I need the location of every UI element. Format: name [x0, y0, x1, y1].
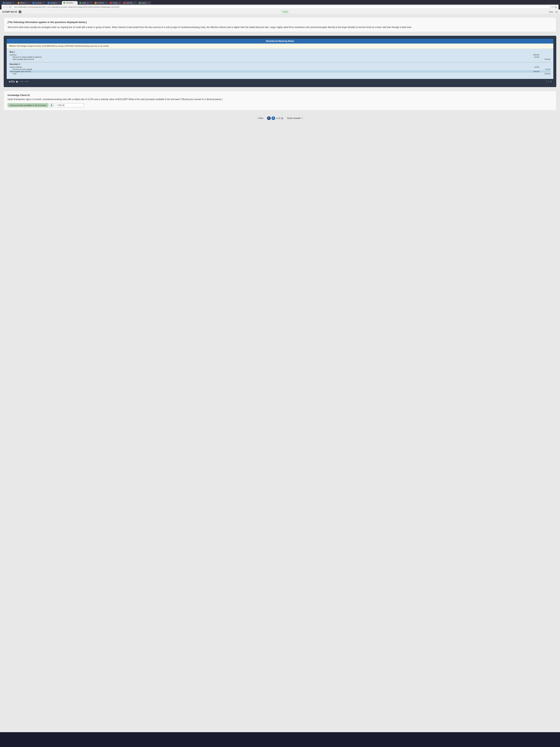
tab-assignm[interactable]: Assignm ✕ [46, 1, 61, 5]
page-of-label: of 26 [276, 117, 281, 119]
kc-answer-input[interactable] [55, 103, 84, 107]
info-italic-header: [The following information applies to th… [7, 20, 553, 24]
tab-icon [139, 2, 141, 4]
progress-bar [20, 81, 24, 82]
tab-icon [32, 2, 34, 4]
prev-button[interactable]: ‹ Prev [257, 117, 263, 120]
rewind-button[interactable]: ◄30s [8, 80, 15, 83]
page-header: 13 E&P Set #2 i Saved Help Sa [0, 9, 560, 14]
bottom-bezel [0, 732, 560, 747]
nav-footer: ‹ Prev 3 4 of 26 ⊞ Score answer > [4, 114, 556, 122]
page-indicator: 3 4 of 26 ⊞ [267, 117, 284, 120]
tab-icon [18, 2, 20, 4]
progress-bar-2 [25, 81, 29, 82]
tab-icon [79, 2, 81, 4]
journal-date-nov: November 1 [10, 63, 550, 65]
chevron-left-icon: ‹ [257, 117, 258, 120]
tab-content[interactable]: Content ✕ [93, 1, 108, 5]
kc-header: Knowledge Check 01 [7, 94, 553, 97]
tab-icon [63, 2, 65, 4]
address-bar-row: ← → ↻ ezto.mheducation.com/ext/map/index… [1, 5, 559, 9]
journal-row-highlighted: Notes payable (face amount) 700,000 [10, 70, 550, 73]
video-description: Affiliated Technologies bought inventory… [7, 44, 553, 49]
tab-bar: www.m ✕ Make a ✕ Incompl ✕ Assignm ✕ Que… [1, 1, 559, 5]
tab-incompl[interactable]: Incompl ✕ [31, 1, 46, 5]
back-icon[interactable]: ← [3, 6, 5, 8]
address-bar[interactable]: ezto.mheducation.com/ext/map/index.html?… [12, 5, 550, 9]
forward-icon[interactable]: → [6, 6, 8, 8]
journal-row: Cash 700,000 [10, 73, 550, 75]
tab-icon [48, 2, 49, 4]
grid-icon[interactable]: ⊞ [281, 117, 283, 120]
info-icon[interactable]: i [19, 10, 22, 14]
video-right-controls: ⛶ ⤡ [546, 80, 552, 83]
expand-icon[interactable]: ⤡ [550, 80, 552, 83]
video-journal: May 1 Inventory 658,000 Discount on note… [7, 49, 553, 79]
tab-icon [3, 2, 5, 4]
journal-row: Discount on notes payable 42,000 [10, 68, 550, 70]
star-icon[interactable]: ☆ [552, 6, 553, 8]
score-answer-button[interactable]: Score answer > [287, 117, 302, 120]
kc-answer-row: Cash proceeds available to the borrower … [7, 103, 553, 107]
chevron-right-icon: > [301, 117, 303, 120]
play-button[interactable]: ▶ [16, 80, 18, 83]
kc-answer-label: Cash proceeds available to the borrower [7, 103, 48, 107]
knowledge-check: Knowledge Check 01 Kylah Enterprises sig… [4, 91, 556, 110]
tab-table[interactable]: table_3. ✕ [78, 1, 93, 5]
help-link[interactable]: Help [549, 11, 553, 13]
info-body: Short-term bank loans usually are arrang… [7, 26, 553, 29]
page-title: 13 E&P Set #2 [2, 10, 17, 13]
video-title-bar: Noninterest-Bearing Notes [7, 39, 553, 44]
tab-icon [124, 2, 125, 4]
info-box: [The following information applies to th… [4, 17, 556, 32]
tab-wwwc[interactable]: www.c ✕ [137, 1, 151, 5]
kc-dollar-symbol: $ [50, 103, 54, 107]
page-title-bar: 13 E&P Set #2 i [2, 10, 22, 14]
journal-section-nov: November 1 Interest expense 42,000 Disco… [10, 63, 550, 75]
main-content: [The following information applies to th… [0, 14, 560, 732]
browser-chrome: www.m ✕ Make a ✕ Incompl ✕ Assignm ✕ Que… [0, 0, 560, 9]
tab-selfser[interactable]: Self Ser ✕ [122, 1, 137, 5]
video-inner: Noninterest-Bearing Notes Affiliated Tec… [7, 39, 553, 84]
video-section: Noninterest-Bearing Notes Affiliated Tec… [4, 36, 556, 87]
tab-gmail[interactable]: Gmail ✕ [108, 1, 122, 5]
tab-www[interactable]: www.m ✕ [1, 1, 16, 5]
saved-badge: Saved [281, 10, 289, 14]
journal-row: Interest expense 42,000 [10, 66, 550, 68]
page-num-current[interactable]: 3 [267, 117, 271, 120]
page-num-next[interactable]: 4 [271, 117, 275, 120]
tab-icon [95, 2, 97, 4]
tab-make[interactable]: Make a ✕ [16, 1, 31, 5]
journal-divider [10, 62, 550, 62]
tab-icon [110, 2, 112, 4]
kc-question: Kylah Enterprises signs a 3-month, nonin… [7, 98, 553, 101]
journal-row: Discount on notes payable (to balance) 4… [10, 56, 550, 58]
refresh-icon[interactable]: ↻ [9, 6, 11, 8]
fullscreen-icon[interactable]: ⛶ [546, 80, 549, 83]
header-actions: Help Sa [549, 11, 558, 13]
journal-section-may: May 1 Inventory 658,000 Discount on note… [10, 51, 550, 60]
tab-question[interactable]: Question ✕ [62, 1, 78, 5]
journal-date-may: May 1 [10, 51, 550, 53]
search-icon[interactable]: 🔍 [555, 6, 557, 8]
journal-row: Inventory 658,000 [10, 54, 550, 56]
journal-row: Notes payable (face amount) 700,000 [10, 58, 550, 60]
video-controls: ◄30s ▶ ⛶ ⤡ [7, 79, 553, 84]
skip-link[interactable]: Sa [555, 11, 558, 13]
